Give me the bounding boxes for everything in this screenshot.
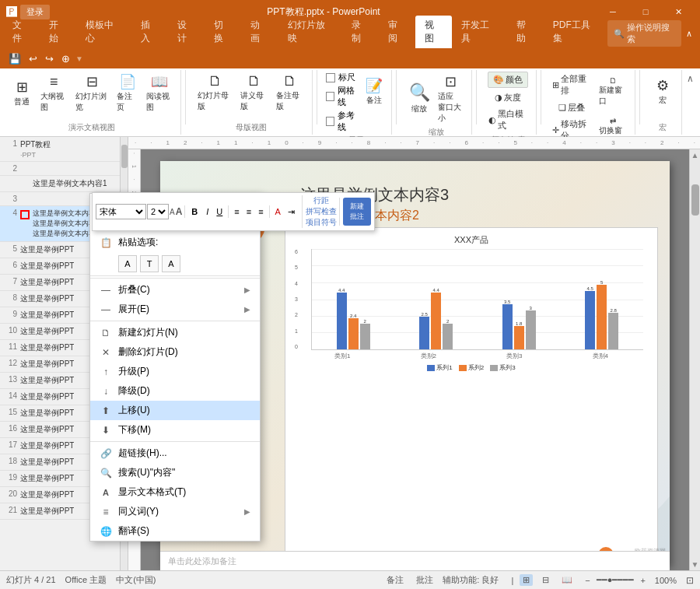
zoom-plus-button[interactable]: + [640,576,645,585]
note-area[interactable]: 单击此处添加备注 [160,551,670,570]
new-comment-button[interactable]: 新建批注 [343,198,371,226]
reading-view-button[interactable]: 📖 阅读视图 [143,72,177,114]
slide-text-1: PPT教程·PPT [20,139,51,159]
tab-insert[interactable]: 插入 [131,16,168,48]
tab-file[interactable]: 文件 [3,16,40,48]
align-center-button[interactable]: ≡ [243,205,254,218]
tab-review[interactable]: 审阅 [379,16,415,48]
tab-slideshow[interactable]: 幻灯片放映 [278,16,342,48]
normal-view-button[interactable]: ⊞ 普通 [8,74,36,113]
font-size-down-button[interactable]: A [170,208,175,216]
tab-design[interactable]: 设计 [168,16,205,48]
notes-page-button[interactable]: 📄 备注页 [114,72,142,114]
grayscale-button[interactable]: ◑ 灰度 [488,89,527,105]
bold-button[interactable]: B [187,205,201,219]
ctx-sep-3 [90,441,260,442]
tab-record[interactable]: 录制 [342,16,379,48]
ruler-checkbox[interactable]: 标尺 [326,72,359,83]
tab-animation[interactable]: 动画 [241,16,278,48]
macro-button[interactable]: ⚙ 宏 [649,72,677,110]
paste-option-2[interactable]: T [140,255,159,272]
ctx-demote[interactable]: ↓ 降级(D) [90,381,260,401]
search-box[interactable]: 🔍 操作说明搜索 [607,20,681,47]
fit-page-button[interactable]: ⊡ [686,575,694,586]
font-size-up-button[interactable]: A [176,206,183,217]
align-left-button[interactable]: ≡ [231,205,242,218]
align-right-button[interactable]: ≡ [255,205,266,218]
font-name-select[interactable]: 宋体 [96,204,146,219]
zoom-slider[interactable]: ━━●━━━━ [597,575,635,585]
scroll-thumb[interactable] [691,184,699,216]
bullet-button[interactable]: 项目符号 [306,217,337,228]
line-spacing-button[interactable]: 行距 [306,195,337,206]
ctx-new-slide[interactable]: 🗋 新建幻灯片(N) [90,323,260,342]
increase-indent-button[interactable]: ⇥ [285,205,298,219]
underline-button[interactable]: U [213,205,226,218]
paste-option-3[interactable]: A [162,255,180,272]
slide-sorter-button[interactable]: ⊟ 幻灯片浏览 [72,72,112,114]
tab-pdf[interactable]: PDF工具集 [544,16,607,48]
ctx-text-format[interactable]: A 显示文本格式(T) [90,482,260,502]
notes-master-button[interactable]: 🗋 备注母版 [273,72,307,114]
ctx-move-up[interactable]: ⬆ 上移(U) [90,401,260,420]
ctx-delete-slide[interactable]: ✕ 删除幻灯片(D) [90,342,260,362]
handout-master-button[interactable]: 🗋 讲义母版 [237,72,271,114]
notes-button[interactable]: 📝 备注 [362,72,387,110]
font-color-button[interactable]: A [272,205,284,218]
tab-view[interactable]: 视图 [415,16,452,48]
zoom-minus-button[interactable]: − [585,576,590,585]
ctx-collapse[interactable]: — 折叠(C) ▶ [90,280,260,300]
ctx-promote[interactable]: ↑ 升级(P) [90,362,260,381]
expand-ribbon-button[interactable]: ∧ [681,27,697,40]
blackwhite-button[interactable]: ◐ 黑白模式 [485,107,531,133]
paste-option-1[interactable]: A [118,255,137,272]
zoom-level-button[interactable]: 100% [652,575,680,586]
reading-view-status[interactable]: 📖 [558,574,576,586]
slide-item-sub[interactable]: 这里是举例文本内容1 [0,176,128,192]
collapse-ribbon-button[interactable]: ∧ [687,73,694,84]
close-button[interactable]: ✕ [663,4,694,19]
slide-item-1[interactable]: 1 PPT教程·PPT [0,137,128,162]
notes-status-button[interactable]: 备注 [383,573,407,587]
fit-window-button[interactable]: ⊡ 适应窗口大小 [435,72,467,125]
redo-button[interactable]: ↪ [43,52,56,65]
tab-home[interactable]: 开始 [40,16,76,48]
divider-1 [185,70,186,124]
save-button[interactable]: 💾 [6,52,23,65]
normal-view-status[interactable]: ⊞ [520,574,533,586]
ctx-expand[interactable]: — 展开(E) ▶ [90,300,260,319]
font-size-select[interactable]: 21 [147,204,169,219]
slide-item-2[interactable]: 2 [0,162,128,176]
zoom-button[interactable]: 🔍 缩放 [405,79,433,118]
spell-check-button[interactable]: 拼写检查 [306,206,337,217]
vertical-scrollbar[interactable]: ▲ ▼ [689,149,700,570]
panel-scroll-thumb[interactable] [121,145,128,168]
cascade-button[interactable]: ❏ 层叠 [549,100,594,115]
ctx-translate[interactable]: 🌐 翻译(S) [90,521,260,541]
tab-developer[interactable]: 开发工具 [452,16,506,48]
quick-access-more[interactable]: ▼ [75,54,83,63]
color-button[interactable]: 🎨 颜色 [488,72,528,88]
ctx-hyperlink[interactable]: 🔗 超链接(H)... [90,444,260,463]
ctx-paste[interactable]: 📋 粘贴选项: [90,233,260,252]
tab-transition[interactable]: 切换 [205,16,241,48]
undo-button[interactable]: ↩ [26,52,40,65]
tab-template[interactable]: 模板中心 [76,16,131,48]
scroll-up-button[interactable]: ▲ [691,149,699,161]
italic-button[interactable]: I [202,205,212,219]
ctx-search[interactable]: 🔍 搜索(U)"内容" [90,463,260,482]
slide-sorter-status[interactable]: ⊟ [539,574,552,586]
gridlines-checkbox[interactable]: 网格线 [326,85,359,108]
maximize-button[interactable]: □ [630,4,661,19]
slide-master-button[interactable]: 🗋 幻灯片母版 [194,72,236,114]
new-window-button[interactable]: 🗋 新建窗口 [596,72,630,110]
guides-checkbox[interactable]: 参考线 [326,110,359,133]
ctx-synonyms[interactable]: ≡ 同义词(Y) ▶ [90,502,260,521]
outline-view-button[interactable]: ≡ 大纲视图 [37,72,71,114]
ctx-move-down[interactable]: ⬇ 下移(M) [90,420,260,440]
tab-help[interactable]: 帮助 [507,16,544,48]
add-button[interactable]: ⊕ [59,52,72,65]
comments-status-button[interactable]: 批注 [413,573,436,587]
scroll-down-button[interactable]: ▼ [691,559,699,570]
rearrange-button[interactable]: ⊞ 全部重排 [549,72,594,98]
